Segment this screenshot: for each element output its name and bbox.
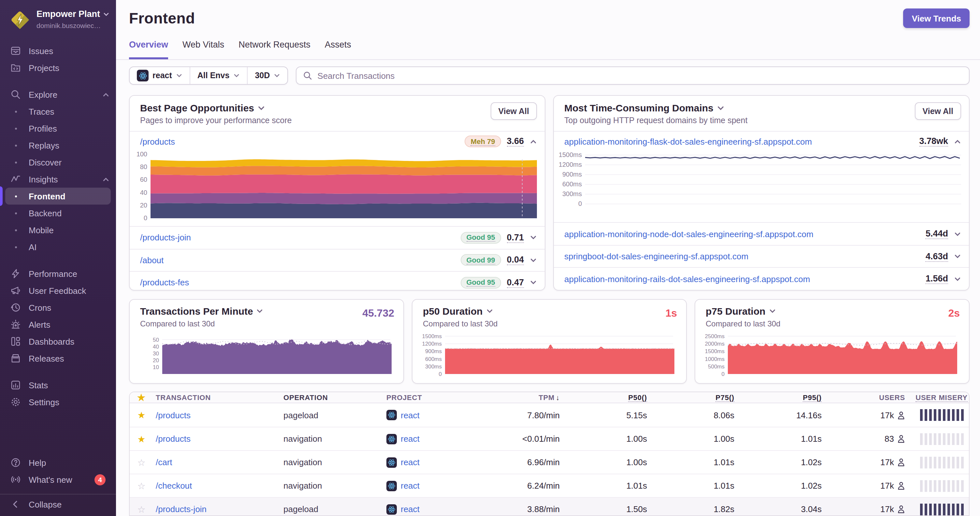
domain-link[interactable]: application-monitoring-node-dot-sales-en…	[564, 229, 813, 239]
svg-text:2500ms: 2500ms	[705, 333, 725, 340]
chevron-down-icon[interactable]	[530, 234, 537, 241]
project-link[interactable]: react	[401, 504, 420, 514]
star-outline-icon[interactable]: ☆	[130, 481, 153, 491]
sidebar-item-performance[interactable]: Performance	[0, 265, 116, 282]
col-p50[interactable]: P50()	[560, 393, 647, 402]
opportunities-card-title[interactable]: Best Page Opportunities	[140, 102, 536, 113]
col-tpm-sorted[interactable]: TPM↓	[495, 394, 560, 401]
sidebar-item-dashboards[interactable]: Dashboards	[0, 333, 116, 350]
project-filter[interactable]: react	[130, 67, 190, 84]
sidebar-item-explore[interactable]: Explore	[0, 86, 116, 103]
favorite-column-header[interactable]: ★	[130, 392, 153, 403]
sidebar-item-label: Insights	[29, 174, 58, 184]
sidebar-item-profiles[interactable]: Profiles	[0, 120, 116, 137]
chevron-down-icon[interactable]	[954, 275, 961, 283]
col-operation[interactable]: OPERATION	[283, 394, 387, 401]
svg-text:0: 0	[578, 200, 582, 207]
sidebar-item-label: Replays	[29, 140, 59, 150]
star-filled-icon[interactable]: ★	[130, 433, 153, 444]
sidebar-item-crons[interactable]: Crons	[0, 299, 116, 316]
transaction-link[interactable]: /products-join	[140, 233, 191, 243]
star-outline-icon[interactable]: ☆	[130, 457, 153, 467]
transaction-link[interactable]: /about	[140, 256, 164, 265]
sidebar-item-replays[interactable]: Replays	[0, 137, 116, 154]
sidebar-item-frontend[interactable]: Frontend	[5, 187, 111, 205]
chevron-up-icon[interactable]	[530, 138, 537, 145]
tab-overview[interactable]: Overview	[129, 40, 168, 59]
sidebar-collapse-button[interactable]: Collapse	[0, 494, 116, 511]
domain-row: application-monitoring-rails-dot-sales-e…	[554, 267, 969, 290]
metric-title[interactable]: p50 Duration	[420, 306, 677, 317]
project-link[interactable]: react	[401, 410, 420, 420]
sidebar-footer: HelpWhat's new4Collapse	[0, 454, 116, 511]
chevron-up-icon	[102, 91, 110, 98]
transaction-link[interactable]: /cart	[156, 457, 172, 467]
metric-title[interactable]: p75 Duration	[703, 306, 960, 317]
tab-web-vitals[interactable]: Web Vitals	[183, 40, 224, 59]
col-p95[interactable]: P95()	[734, 393, 822, 402]
chevron-up-icon[interactable]	[954, 138, 961, 145]
star-filled-icon[interactable]: ★	[130, 410, 153, 420]
col-users[interactable]: USERS	[822, 394, 914, 401]
domains-view-all-button[interactable]: View All	[915, 102, 961, 120]
sidebar-item-help[interactable]: Help	[0, 454, 116, 471]
opportunities-view-all-button[interactable]: View All	[491, 102, 537, 120]
col-user-misery[interactable]: USER MISERY	[914, 393, 969, 402]
chevron-down-icon[interactable]	[530, 279, 537, 286]
web-vitals-stacked-chart[interactable]: 100806040200	[131, 149, 541, 226]
sidebar-item-what-s-new[interactable]: What's new4	[0, 471, 116, 488]
date-range-filter[interactable]: 30D	[248, 67, 287, 84]
transaction-link[interactable]: /products	[140, 137, 175, 146]
tab-network-requests[interactable]: Network Requests	[239, 40, 310, 59]
org-switcher[interactable]: Empower Plant dominik.buszowiec…	[0, 6, 116, 33]
domains-card-title[interactable]: Most Time-Consuming Domains	[564, 102, 960, 113]
p75-cell: 1.01s	[647, 481, 734, 491]
sidebar-item-releases[interactable]: Releases	[0, 350, 116, 367]
sidebar-item-discover[interactable]: Discover	[0, 154, 116, 171]
chevron-down-icon[interactable]	[954, 230, 961, 238]
sidebar-item-projects[interactable]: Projects	[0, 59, 116, 76]
transaction-link[interactable]: /products	[156, 410, 191, 420]
star-outline-icon[interactable]: ☆	[130, 504, 153, 514]
user-icon	[897, 505, 905, 513]
domain-link[interactable]: application-monitoring-rails-dot-sales-e…	[564, 274, 810, 284]
transaction-link[interactable]: /products-join	[156, 504, 207, 514]
sidebar-item-mobile[interactable]: Mobile	[0, 222, 116, 238]
project-link[interactable]: react	[401, 457, 420, 467]
tab-assets[interactable]: Assets	[325, 40, 351, 59]
sidebar-item-settings[interactable]: Settings	[0, 394, 116, 410]
chevron-down-icon[interactable]	[954, 253, 961, 260]
transaction-link[interactable]: /products-fes	[140, 278, 189, 287]
transaction-link[interactable]: /checkout	[156, 481, 192, 491]
col-transaction[interactable]: TRANSACTION	[153, 394, 283, 401]
users-count: 17k	[880, 410, 894, 420]
sidebar-item-stats[interactable]: Stats	[0, 376, 116, 394]
domain-link[interactable]: springboot-dot-sales-engineering-sf.apps…	[564, 251, 748, 261]
domain-link[interactable]: application-monitoring-flask-dot-sales-e…	[564, 137, 812, 146]
project-link[interactable]: react	[401, 481, 420, 491]
p75-chart[interactable]: 2500ms2000ms1500ms1000ms500ms0	[703, 332, 960, 376]
sidebar-item-alerts[interactable]: Alerts	[0, 316, 116, 333]
domain-duration-chart[interactable]: 1500ms1200ms900ms600ms300ms0	[555, 151, 965, 208]
sidebar-item-ai[interactable]: AI	[0, 238, 116, 256]
transaction-link[interactable]: /products	[156, 434, 191, 444]
svg-text:0: 0	[722, 371, 725, 376]
svg-text:50: 50	[153, 337, 159, 343]
sidebar-item-insights[interactable]: Insights	[0, 171, 116, 187]
environment-filter[interactable]: All Envs	[190, 67, 248, 84]
col-project[interactable]: PROJECT	[387, 394, 495, 401]
tpm-chart[interactable]: 5040302010	[137, 332, 394, 376]
sidebar-item-label: What's new	[29, 475, 72, 484]
sidebar-item-traces[interactable]: Traces	[0, 103, 116, 120]
sidebar-item-user-feedback[interactable]: User Feedback	[0, 282, 116, 299]
search-input[interactable]	[317, 71, 963, 81]
p50-chart[interactable]: 1500ms1200ms900ms600ms300ms0	[420, 332, 677, 376]
project-link[interactable]: react	[401, 434, 420, 444]
col-p75[interactable]: P75()	[647, 393, 734, 402]
view-trends-button[interactable]: View Trends	[904, 8, 970, 28]
domain-time-spent: 1.56d	[926, 274, 948, 284]
chevron-down-icon[interactable]	[530, 257, 537, 264]
sidebar-item-backend[interactable]: Backend	[0, 205, 116, 222]
metric-title[interactable]: Transactions Per Minute	[137, 306, 394, 317]
sidebar-item-issues[interactable]: Issues	[0, 42, 116, 59]
